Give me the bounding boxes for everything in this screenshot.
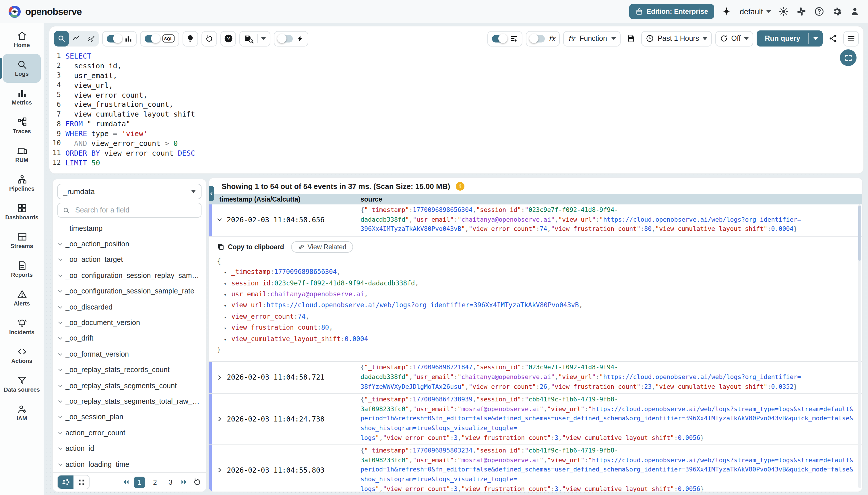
field-item[interactable]: _oo_drift bbox=[53, 330, 206, 346]
chevron-down-icon[interactable] bbox=[57, 430, 66, 436]
sidebar-item-pipelines[interactable]: Pipelines bbox=[3, 169, 41, 198]
editor-line[interactable]: 5 view_error_count, bbox=[49, 90, 863, 100]
chevron-down-icon[interactable]: ▾ bbox=[224, 323, 231, 334]
sql-editor[interactable]: 1SELECT2 session_id,3 usr_email,4 view_u… bbox=[49, 49, 863, 167]
run-query-button[interactable]: Run query bbox=[757, 31, 823, 47]
wrap-lines-toggle[interactable] bbox=[492, 35, 506, 42]
info-icon[interactable]: i bbox=[456, 182, 465, 191]
sidebar-item-rum[interactable]: RUM bbox=[3, 140, 41, 169]
chevron-down-icon[interactable] bbox=[57, 336, 66, 341]
slack-icon[interactable] bbox=[796, 6, 806, 17]
first-page-button[interactable] bbox=[122, 478, 130, 486]
sidebar-item-reports[interactable]: Reports bbox=[3, 255, 41, 284]
field-item[interactable]: _oo_configuration_session_sample_rate bbox=[53, 284, 206, 299]
expand-row-icon[interactable] bbox=[216, 416, 223, 422]
field-item[interactable]: _oo_replay_stats_records_count bbox=[53, 362, 206, 378]
theme-toggle-icon[interactable] bbox=[778, 6, 789, 17]
field-item[interactable]: _oo_session_plan bbox=[53, 409, 206, 425]
field-item[interactable]: _oo_action_position bbox=[53, 236, 206, 252]
chevron-down-icon[interactable]: ▾ bbox=[224, 301, 231, 312]
editor-line[interactable]: 11ORDER BY view_error_count DESC bbox=[49, 148, 863, 158]
field-item[interactable]: _oo_document_version bbox=[53, 315, 206, 331]
chevron-down-icon[interactable] bbox=[57, 257, 66, 263]
chevron-down-icon[interactable]: ▾ bbox=[224, 279, 231, 289]
menu-button[interactable] bbox=[843, 31, 859, 46]
log-row[interactable]: 2026-02-03 11:04:58.721{"_timestamp":177… bbox=[209, 362, 862, 394]
profile-icon[interactable] bbox=[850, 6, 860, 17]
editor-line[interactable]: 2 session_id, bbox=[49, 61, 863, 71]
search-mode-button[interactable] bbox=[54, 31, 69, 46]
field-item[interactable]: _oo_discarded bbox=[53, 299, 206, 315]
help-icon[interactable] bbox=[814, 6, 824, 17]
chevron-down-icon[interactable] bbox=[57, 446, 66, 451]
sidebar-item-logs[interactable]: Logs bbox=[3, 54, 41, 83]
sidebar-item-metrics[interactable]: Metrics bbox=[3, 83, 41, 112]
field-item[interactable]: _oo_replay_stats_segments_count bbox=[53, 378, 206, 394]
sql-mode-toggle[interactable] bbox=[145, 35, 159, 42]
source-column-header[interactable]: source bbox=[361, 196, 382, 203]
sparkle-icon[interactable] bbox=[722, 6, 732, 17]
expand-row-icon[interactable] bbox=[216, 467, 223, 473]
reset-query-button[interactable] bbox=[202, 31, 217, 46]
editor-line[interactable]: 1SELECT bbox=[49, 51, 863, 61]
editor-line[interactable]: 3 usr_email, bbox=[49, 71, 863, 80]
chevron-down-icon[interactable]: ▾ bbox=[224, 268, 231, 278]
settings-gear-icon[interactable] bbox=[832, 6, 842, 17]
chevron-down-icon[interactable] bbox=[814, 37, 818, 40]
sidebar-item-streams[interactable]: Streams bbox=[3, 226, 41, 255]
chevron-down-icon[interactable] bbox=[57, 304, 66, 310]
sidebar-item-traces[interactable]: Traces bbox=[3, 112, 41, 140]
field-item[interactable]: action_error_count bbox=[53, 425, 206, 441]
stream-selector[interactable]: _rumdata bbox=[57, 184, 202, 199]
detail-entry[interactable]: ▾view_error_count:74, bbox=[217, 312, 858, 323]
sidebar-item-incidents[interactable]: Incidents bbox=[3, 312, 41, 341]
sidebar-item-data-sources[interactable]: Data sources bbox=[3, 370, 41, 398]
log-row[interactable]: 2026-02-03 11:04:24.738{"_timestamp":177… bbox=[209, 394, 862, 445]
editor-line[interactable]: 6 view_frustration_count, bbox=[49, 100, 863, 109]
field-item[interactable]: action_id bbox=[53, 441, 206, 457]
all-schema-view-button[interactable] bbox=[73, 476, 89, 489]
time-range-select[interactable]: Past 1 Hours bbox=[642, 31, 712, 46]
detail-entry[interactable]: ▾session_id:023c9e7f-f092-41d8-9f94-dada… bbox=[217, 278, 858, 289]
copy-to-clipboard-button[interactable]: Copy to clipboard bbox=[217, 243, 284, 251]
auto-refresh-select[interactable]: Off bbox=[715, 31, 753, 46]
editor-line[interactable]: 12LIMIT 50 bbox=[49, 158, 863, 168]
field-item[interactable]: _oo_format_version bbox=[53, 346, 206, 362]
last-page-button[interactable] bbox=[180, 478, 188, 486]
query-help-button[interactable]: ? bbox=[221, 31, 236, 46]
chevron-down-icon[interactable]: ▾ bbox=[224, 312, 231, 323]
field-item[interactable]: _oo_replay_stats_segments_total_raw_s... bbox=[53, 394, 206, 409]
chevron-down-icon[interactable]: ▾ bbox=[224, 290, 231, 301]
org-selector[interactable]: default bbox=[740, 7, 771, 16]
user-schema-view-button[interactable] bbox=[58, 476, 73, 489]
save-function-button[interactable] bbox=[624, 31, 638, 46]
saved-searches-group[interactable] bbox=[239, 31, 271, 46]
sidebar-item-dashboards[interactable]: Dashboards bbox=[3, 198, 41, 226]
view-related-button[interactable]: View Related bbox=[291, 241, 353, 253]
editor-line[interactable]: 7 view_cumulative_layout_shift bbox=[49, 109, 863, 119]
page-button-2[interactable]: 2 bbox=[149, 476, 161, 488]
refresh-fields-button[interactable] bbox=[193, 478, 202, 487]
timestamp-column-header[interactable]: timestamp (Asia/Calcutta) bbox=[209, 196, 361, 203]
edition-badge[interactable]: Edition: Enterprise bbox=[629, 4, 714, 19]
detail-entry[interactable]: ▾view_url:https://cloud.openobserve.ai/w… bbox=[217, 301, 858, 312]
page-button-1[interactable]: 1 bbox=[134, 476, 145, 488]
log-row[interactable]: 2026-02-03 11:04:58.656{"_timestamp":177… bbox=[209, 204, 862, 237]
chevron-down-icon[interactable]: ▾ bbox=[224, 335, 231, 345]
suggestion-bulb-button[interactable] bbox=[183, 31, 198, 46]
editor-line[interactable]: 4 view_url, bbox=[49, 80, 863, 90]
sidebar-item-alerts[interactable]: Alerts bbox=[3, 284, 41, 312]
chevron-down-icon[interactable] bbox=[57, 383, 66, 389]
pattern-mode-button[interactable] bbox=[84, 31, 99, 46]
quick-mode-toggle[interactable] bbox=[278, 35, 293, 42]
sidebar-item-iam[interactable]: IAM bbox=[3, 398, 41, 427]
function-select[interactable]: fx Function bbox=[563, 31, 621, 46]
detail-entry[interactable]: ▾usr_email:chaitanya@openobserve.ai, bbox=[217, 289, 858, 301]
chevron-down-icon[interactable] bbox=[57, 398, 66, 404]
chevron-down-icon[interactable] bbox=[57, 461, 66, 467]
field-search-input[interactable] bbox=[74, 206, 196, 215]
field-item[interactable]: action_loading_time bbox=[53, 457, 206, 472]
chevron-down-icon[interactable] bbox=[57, 241, 66, 247]
fullscreen-button[interactable] bbox=[840, 49, 856, 66]
editor-line[interactable]: 8FROM "_rumdata" bbox=[49, 119, 863, 129]
